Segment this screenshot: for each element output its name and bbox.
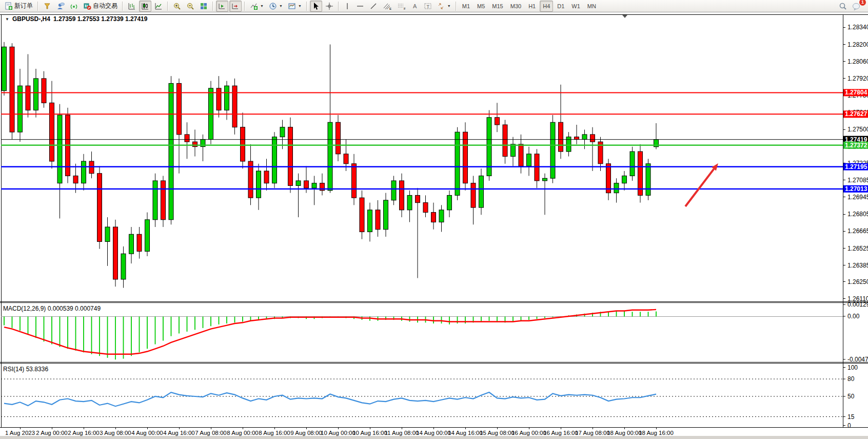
timeframe-M30[interactable]: M30 [507,1,524,12]
macd-axis-label: -0.004777 [847,356,868,363]
equidistant-channel-icon: E [383,2,392,10]
separator [244,2,245,11]
rsi-axis-label: 0 [847,422,851,429]
separator [306,2,307,11]
horizontal-line-tool[interactable] [354,1,366,12]
candle [280,127,285,137]
candle [169,83,173,219]
candle [232,86,237,127]
price-axis-label: 1.26665 [847,227,868,235]
new-order-button[interactable]: 新订单 [3,1,35,12]
rsi-axis-label: 80 [847,375,855,383]
time-axis-label: 4 Aug 00:00 [131,430,163,436]
time-axis-label: 1 Aug 2023 [5,430,35,436]
funnel-icon [43,2,51,10]
candle [495,118,500,125]
vertical-line-tool[interactable] [342,1,353,12]
svg-text:F: F [404,7,406,10]
time-axis-label: 18 Aug 16:00 [639,430,674,436]
chart-shift-button[interactable] [229,1,242,12]
time-axis-label: 17 Aug 08:00 [575,430,610,436]
price-axis-label: 1.27500 [847,126,868,133]
fibonacci-tool[interactable]: F [395,1,408,12]
text-label-icon: T [424,2,432,10]
candle [519,144,523,166]
funnel-button[interactable] [41,1,53,12]
text-tool[interactable]: A [409,1,421,12]
candle [423,203,428,213]
timeframe-M15[interactable]: M15 [489,1,506,12]
chart-shift-icon [231,2,240,10]
timeframe-group: M1M5M15M30H1H4D1W1MN [459,1,600,12]
candle [26,86,30,110]
candle [73,176,78,183]
candle [400,181,404,210]
trendline-tool[interactable] [367,1,380,12]
time-axis-label: 10 Aug 00:00 [321,430,356,436]
search-button[interactable] [837,1,849,12]
arrows-tool[interactable]: ▼ [435,1,453,12]
candlestick-chart-button[interactable] [139,1,151,12]
price-axis-label: 1.26385 [847,262,868,269]
collapse-triangle-icon[interactable]: ▼ [5,17,9,22]
candle [439,210,444,222]
line-chart-button[interactable] [152,1,165,12]
candle [455,132,460,195]
zoom-in-icon [173,2,181,10]
channel-tool[interactable]: E [381,1,394,12]
chart-canvas[interactable]: 1.283401.282001.280601.279201.277801.276… [0,12,868,439]
search-icon [839,2,847,10]
candle [113,227,118,279]
price-axis-label: 1.27920 [847,75,868,82]
price-axis-label: 1.27085 [847,177,868,184]
timeframe-M1[interactable]: M1 [459,1,473,12]
zoom-in-button[interactable] [171,1,183,12]
crosshair-button[interactable] [323,1,336,12]
candle [646,164,650,196]
timeframe-H1[interactable]: H1 [525,1,539,12]
notifications-button[interactable]: 1 [850,1,863,12]
svg-text:T: T [426,4,429,9]
new-order-icon [5,2,13,10]
timeframe-D1[interactable]: D1 [554,1,567,12]
timeframe-M5[interactable]: M5 [474,1,488,12]
candle [296,181,301,185]
candle [257,171,261,198]
candle [161,181,166,220]
time-axis-label: 10 Aug 16:00 [352,430,387,436]
ohlc-values: 1.27359 1.27553 1.27339 1.27419 [53,15,148,23]
autotrading-icon [83,2,91,10]
templates-button[interactable]: ▼ [286,1,304,12]
periods-button[interactable]: ▼ [267,1,285,12]
trendline-icon [369,2,378,10]
candle [225,86,229,110]
candle [105,227,110,241]
timeframe-W1[interactable]: W1 [568,1,583,12]
separator [456,2,457,11]
candle [42,79,46,103]
cursor-button[interactable] [310,1,322,12]
label-tool[interactable]: T [422,1,434,12]
candle [344,154,348,164]
tile-windows-button[interactable] [198,1,210,12]
community-button[interactable] [54,1,67,12]
time-axis-label: 8 Aug 00:00 [227,430,258,436]
signals-button[interactable] [68,1,80,12]
timeframe-H4[interactable]: H4 [540,1,553,12]
candle [82,161,86,183]
bar-chart-button[interactable] [126,1,138,12]
autotrading-button[interactable]: 自动交易 [81,1,120,12]
auto-scroll-button[interactable] [216,1,228,12]
zoom-out-button[interactable] [184,1,196,12]
candle [376,210,380,230]
candle [511,144,516,157]
autotrading-label: 自动交易 [93,2,117,10]
symbol-title[interactable]: ▼ GBPUSD-,H4 1.27359 1.27553 1.27339 1.2… [5,15,147,23]
price-axis-label: 1.26945 [847,194,868,201]
timeframe-MN[interactable]: MN [584,1,599,12]
macd-indicator-label: MACD(12,26,9) 0.000539 0.000749 [3,305,101,312]
indicators-button[interactable]: ▼ [248,1,266,12]
time-axis-label: 2 Aug 00:00 [36,430,67,436]
template-icon [288,2,296,10]
candle [304,181,309,188]
